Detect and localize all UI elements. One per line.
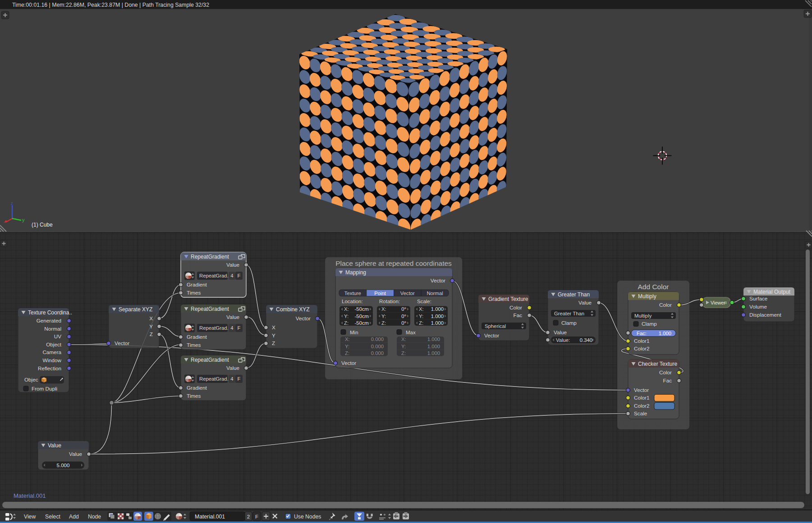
svg-text:Multiply: Multiply [634,313,652,318]
svg-text:Vector: Vector [400,291,415,296]
svg-text:0°: 0° [401,320,406,326]
svg-text:F: F [238,325,241,331]
svg-text:Color: Color [509,305,522,310]
svg-text:F: F [238,376,241,382]
svg-text:Z:: Z: [419,320,423,326]
svg-text:RepeatGrad..: RepeatGrad.. [199,376,230,382]
svg-text:1.000: 1.000 [427,337,440,342]
svg-text:Color1: Color1 [634,395,649,400]
svg-text:0.000: 0.000 [371,337,384,342]
svg-text:Z:: Z: [381,320,386,326]
svg-text:Texture: Texture [344,291,361,296]
svg-text:Clamp: Clamp [642,321,657,327]
svg-text:Volume: Volume [749,304,767,309]
svg-text:X:: X: [345,337,350,342]
svg-text:RepeatGrad..: RepeatGrad.. [199,325,230,331]
svg-text:Value: Value [578,300,592,305]
svg-text:Vector: Vector [484,332,499,338]
svg-text:Place sphere at repeated coord: Place sphere at repeated coordinates [335,259,452,267]
svg-text:X: X [272,324,275,330]
svg-text:Reflection: Reflection [38,365,61,371]
svg-text:Displacement: Displacement [749,312,782,318]
svg-text:X:: X: [381,306,386,312]
svg-text:Times: Times [187,393,201,399]
svg-text:Combine XYZ: Combine XYZ [276,306,310,313]
svg-text:Vector: Vector [431,277,445,283]
svg-text:Vector: Vector [634,387,649,393]
svg-text:z: z [11,201,13,206]
svg-text:Use Nodes: Use Nodes [294,514,321,520]
svg-text:UV: UV [54,333,61,339]
svg-text:Time:00:01.16 | Mem:22.86M, Pe: Time:00:01.16 | Mem:22.86M, Peak:23.87M … [12,2,209,8]
svg-text:Gradient: Gradient [187,385,207,391]
svg-text:RepeatGradient: RepeatGradient [191,254,229,260]
svg-text:Vector: Vector [341,360,356,366]
svg-text:Fac: Fac [663,377,672,383]
svg-text:Object: Object [46,341,62,347]
svg-text:Z:: Z: [345,350,349,356]
svg-text:1.000: 1.000 [427,350,440,356]
svg-text:y: y [22,217,25,223]
svg-text:X: X [149,315,153,321]
svg-text:(1) Cube: (1) Cube [32,222,53,228]
svg-text:Material.001: Material.001 [14,492,46,499]
svg-text:Fac:: Fac: [637,331,647,336]
svg-text:Viewer: Viewer [711,300,725,305]
svg-text:Checker Texture: Checker Texture [638,361,677,367]
svg-text:X:: X: [344,306,349,312]
svg-text:Color1: Color1 [634,338,649,344]
svg-text:4: 4 [230,273,233,278]
svg-text:Fac: Fac [514,312,523,318]
svg-text:Objec: Objec [24,377,38,382]
svg-text:Rotation:: Rotation: [379,299,400,304]
svg-text:0.000: 0.000 [371,350,384,356]
svg-text:Value: Value [554,329,567,335]
svg-text:5.000: 5.000 [57,463,70,468]
svg-text:Vector: Vector [296,315,311,321]
svg-text:RepeatGradient: RepeatGradient [191,306,229,312]
svg-text:1.000: 1.000 [431,314,444,319]
svg-text:Times: Times [187,290,201,296]
svg-text:Normal: Normal [427,291,443,296]
svg-text:Mapping: Mapping [345,269,366,276]
svg-text:F: F [238,273,241,278]
svg-text:-50cm: -50cm [355,320,369,326]
svg-text:1.000: 1.000 [431,306,444,312]
svg-text:Z: Z [272,340,275,346]
svg-text:Z: Z [150,331,153,337]
svg-text:Color: Color [659,369,672,375]
svg-text:Gradient: Gradient [187,282,207,287]
svg-text:Spherical: Spherical [485,323,506,329]
svg-text:2: 2 [247,514,250,519]
svg-text:RepeatGradient: RepeatGradient [191,357,229,363]
svg-text:View: View [24,514,36,520]
svg-text:Color2: Color2 [634,403,649,409]
svg-text:Y:: Y: [401,344,406,349]
svg-text:Max: Max [406,330,416,335]
svg-text:Scale: Scale [634,410,647,416]
svg-text:Scale:: Scale: [417,299,431,304]
svg-text:Vector: Vector [115,340,129,346]
svg-text:Material Output: Material Output [753,289,791,295]
svg-text:Y:: Y: [345,344,349,349]
svg-text:Material.001: Material.001 [195,514,225,520]
svg-text:Select: Select [45,514,60,520]
svg-text:1.000: 1.000 [427,344,440,349]
svg-text:Camera: Camera [42,349,61,355]
svg-text:Point: Point [374,291,386,296]
svg-text:4: 4 [230,376,233,382]
svg-text:Generated: Generated [37,318,61,323]
svg-text:4: 4 [230,325,233,331]
svg-text:Y: Y [149,323,153,329]
svg-text:Y: Y [272,332,275,338]
svg-text:0°: 0° [401,314,406,319]
svg-text:Z:: Z: [344,320,349,326]
svg-text:Texture Coordina..: Texture Coordina.. [28,309,72,316]
svg-text:1.000: 1.000 [431,320,444,326]
svg-text:F: F [255,514,258,519]
svg-text:Value: Value [226,365,239,371]
svg-text:Separate XYZ: Separate XYZ [119,306,152,313]
svg-text:II: II [725,300,727,305]
svg-text:Greater Than: Greater Than [558,291,590,298]
svg-text:-50cm: -50cm [355,306,369,312]
